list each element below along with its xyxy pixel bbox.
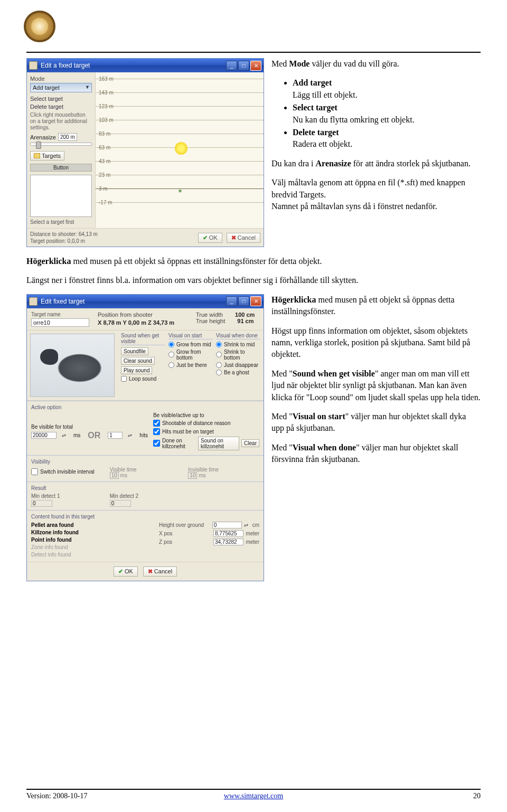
close-button[interactable]: ✕ [250,296,261,306]
visual-when-done-header: Visual when done [216,333,260,339]
cancel-button[interactable]: ✖Cancel [227,233,260,243]
maximize-button[interactable]: □ [238,61,249,71]
rightclick-hint: Click right mousebutton on a target for … [30,112,92,131]
grow-from-mid-radio[interactable] [168,342,174,347]
height-over-ground-input[interactable]: 0 [212,522,242,528]
zpos-input[interactable]: 34,73282 [213,539,243,545]
sound-when-visible-header: Sound when get visible [121,333,165,345]
visible-ms-input[interactable]: 20000 [31,432,57,439]
target-preview-image [30,334,115,397]
distance-label: Distance to shooter: 64,13 m [30,231,194,238]
minimize-button[interactable]: _ [226,61,237,71]
ok-button[interactable]: ✔OK [114,566,138,577]
folder-icon [34,153,40,158]
page-footer: Version: 2008-10-17 www.simtarget.com 20 [26,789,481,800]
xpos-input[interactable]: 8,775625 [213,530,243,537]
spin-icon[interactable]: ▴▾ [128,433,134,438]
spin-icon[interactable]: ▴▾ [62,433,68,438]
mode-dropdown[interactable]: Add target [30,83,92,92]
cancel-button[interactable]: ✖Cancel [143,566,177,577]
close-button[interactable]: ✕ [250,61,261,71]
min-detect-1-value: 0 [31,500,52,507]
arena-canvas[interactable]: 163 m 143 m 123 m 103 m 83 m 63 m 43 m 2… [96,72,264,228]
page-number: 20 [329,792,481,800]
mode-label: Mode [30,75,92,82]
shrink-to-bottom-radio[interactable] [216,352,222,357]
spin-icon[interactable]: ▴▾ [244,523,250,527]
button-label-placeholder: Button [30,164,92,172]
description-text-mid: Högerklicka med musen på ett objekt så ö… [26,256,481,287]
screenshot-edit-fixed-target-settings: Edit fixed target _ □ ✕ Target name orre… [26,294,264,581]
window-title-b: Edit fixed target [41,298,84,305]
select-target-option[interactable]: Select target [30,96,92,102]
target-name-box [30,175,92,217]
shooter-position-icon: ✶ [177,187,183,195]
window-titlebar: Edit a fixed target _ □ ✕ [27,59,264,72]
min-detect-2-value: 0 [110,500,131,507]
target-marker[interactable] [175,142,187,155]
maximize-button[interactable]: □ [238,296,249,306]
just-be-there-radio[interactable] [168,362,174,368]
soundfile-button[interactable]: Soundfile [121,347,148,355]
switch-invisible-interval-checkbox[interactable] [31,468,38,475]
position-label: Target position: 0,0,0 m [30,238,194,244]
page-header [26,11,481,48]
clear-sound-button[interactable]: Clear sound [121,357,155,365]
arenasize-slider[interactable] [30,143,92,146]
hits-on-target-checkbox[interactable] [153,428,160,435]
description-text-top: Med Mode väljer du vad du vill göra. Add… [271,58,481,247]
description-text-bottom: Högerklicka med musen på ett objekt så ö… [271,294,481,581]
play-sound-button[interactable]: Play sound [121,366,152,374]
window-title: Edit a fixed target [41,62,90,69]
done-on-killzonehit-checkbox[interactable] [153,440,160,447]
app-icon [29,61,37,70]
sound-on-killzonehit-button[interactable]: Sound on killzonehit [198,437,239,450]
window-titlebar-b: Edit fixed target _ □ ✕ [27,295,264,308]
loop-sound-checkbox[interactable] [121,376,127,382]
invisible-time-input: 10 [188,472,197,479]
select-first-hint: Select a target first [30,219,92,225]
be-a-ghost-radio[interactable] [216,370,222,375]
targets-button[interactable]: Targets [30,151,64,160]
minimize-button[interactable]: _ [226,296,237,306]
position-value: X 8,78 m Y 0,00 m Z 34,73 m [98,319,193,326]
content-found-list: Pellet area found Killzone info found Po… [31,522,154,559]
just-disappear-radio[interactable] [216,362,222,368]
arenasize-value: 200 m [58,133,77,141]
screenshot-edit-fixed-target-arena: Edit a fixed target _ □ ✕ Mode Add targe… [26,58,264,247]
header-rule [26,52,481,53]
target-name-input[interactable]: orre10 [31,318,89,327]
footer-url[interactable]: www.simtarget.com [178,792,330,800]
visible-time-input: 10 [110,472,119,479]
clear-killzonehit-sound-button[interactable]: Clear [241,439,259,447]
result-header: Result [31,485,259,491]
shrink-to-mid-radio[interactable] [216,342,222,347]
visual-on-start-header: Visual on start [168,333,213,339]
ok-button[interactable]: ✔OK [198,233,222,243]
active-option-header: Active option [31,404,259,410]
app-icon [29,297,37,306]
delete-target-option[interactable]: Delete target [30,103,92,110]
target-name-label: Target name [31,311,95,317]
simtarget-logo [24,11,55,42]
visibility-header: Visibility [31,459,259,465]
grow-from-bottom-radio[interactable] [168,352,174,357]
shootable-checkbox[interactable] [153,420,160,427]
hits-input[interactable]: 1 [108,432,123,439]
version-label: Version: 2008-10-17 [26,792,178,800]
content-found-header: Content found in this target [31,514,259,520]
arenasize-label: Arenasize [30,134,56,140]
